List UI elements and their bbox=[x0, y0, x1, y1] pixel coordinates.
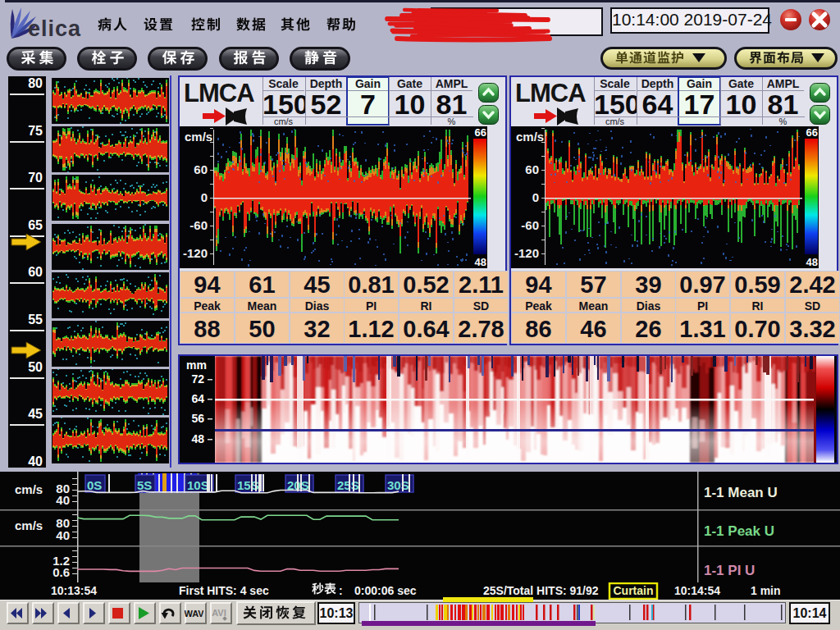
svg-text:0:00:06 sec: 0:00:06 sec bbox=[354, 584, 417, 597]
svg-text:56: 56 bbox=[191, 412, 204, 425]
svg-text:40: 40 bbox=[56, 528, 70, 542]
svg-text:1 min: 1 min bbox=[751, 584, 781, 597]
svg-text:5S: 5S bbox=[137, 478, 152, 492]
svg-text:48: 48 bbox=[806, 256, 818, 268]
svg-text:First HITS: 4 sec: First HITS: 4 sec bbox=[179, 584, 269, 597]
svg-text:Curtain: Curtain bbox=[614, 584, 654, 597]
svg-text:cm/s: cm/s bbox=[15, 482, 43, 496]
svg-text:40: 40 bbox=[28, 454, 43, 468]
svg-text:48: 48 bbox=[191, 432, 204, 445]
svg-text:30S: 30S bbox=[387, 478, 409, 492]
svg-text:cm/s: cm/s bbox=[185, 130, 212, 144]
svg-text:60: 60 bbox=[28, 265, 43, 279]
svg-text:45: 45 bbox=[28, 407, 43, 421]
svg-text:-120: -120 bbox=[514, 246, 539, 260]
svg-text:60: 60 bbox=[194, 162, 208, 176]
svg-text:80: 80 bbox=[28, 76, 43, 90]
svg-text:cm/s: cm/s bbox=[516, 130, 544, 144]
svg-text:25S/Total HITS: 91/92: 25S/Total HITS: 91/92 bbox=[483, 584, 599, 597]
svg-text:64: 64 bbox=[191, 392, 204, 405]
svg-text:cm/s: cm/s bbox=[15, 518, 43, 532]
svg-text:0S: 0S bbox=[87, 478, 102, 492]
svg-text:1-1 Mean U: 1-1 Mean U bbox=[704, 485, 778, 500]
svg-text:66: 66 bbox=[806, 126, 818, 139]
svg-text:10S: 10S bbox=[187, 478, 209, 492]
svg-text:WAV: WAV bbox=[185, 609, 203, 619]
svg-text:65: 65 bbox=[28, 218, 43, 232]
svg-text:25S: 25S bbox=[337, 478, 359, 492]
svg-text::: : bbox=[339, 584, 343, 597]
svg-text:0: 0 bbox=[532, 190, 539, 204]
svg-text:75: 75 bbox=[28, 124, 43, 138]
svg-text:-60: -60 bbox=[521, 218, 539, 232]
svg-text:AVI: AVI bbox=[212, 608, 226, 618]
svg-text:55: 55 bbox=[28, 313, 43, 326]
svg-text:10:13:54: 10:13:54 bbox=[51, 584, 97, 597]
svg-text:40: 40 bbox=[56, 493, 70, 507]
svg-text:1-1 Peak U: 1-1 Peak U bbox=[704, 523, 774, 539]
svg-text:0.6: 0.6 bbox=[52, 565, 70, 579]
svg-text:60: 60 bbox=[525, 162, 539, 176]
svg-text:48: 48 bbox=[475, 256, 486, 268]
svg-text:70: 70 bbox=[28, 171, 43, 185]
svg-text:72: 72 bbox=[191, 372, 204, 386]
svg-text:mm: mm bbox=[186, 358, 207, 372]
svg-text:10:14:54: 10:14:54 bbox=[674, 584, 720, 597]
svg-text:0: 0 bbox=[201, 190, 208, 204]
svg-text:50: 50 bbox=[28, 360, 43, 374]
svg-text:-60: -60 bbox=[189, 218, 208, 232]
svg-text:66: 66 bbox=[475, 126, 486, 139]
svg-text:1-1 PI U: 1-1 PI U bbox=[704, 563, 755, 578]
svg-text:-120: -120 bbox=[183, 246, 208, 260]
